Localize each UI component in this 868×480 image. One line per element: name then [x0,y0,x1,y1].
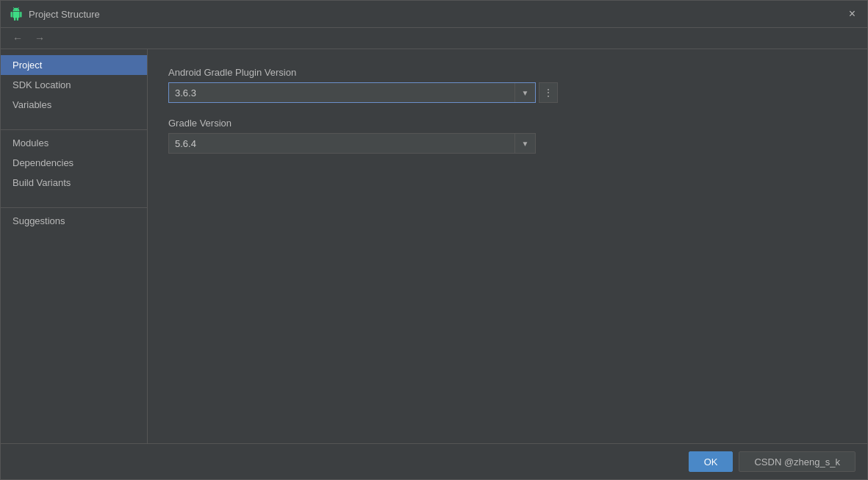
main-content: Android Gradle Plugin Version 3.6.3 ▼ ⋮ … [148,49,867,443]
android-icon [10,7,23,21]
forward-arrow[interactable]: → [32,31,48,46]
sidebar-item-sdk-location[interactable]: SDK Location [1,75,147,95]
sidebar-divider-1 [1,129,147,130]
title-bar: Project Structure × [1,1,867,28]
gradle-version-label: Gradle Version [168,118,847,129]
bottom-bar: OK CSDN @zheng_s_k [1,443,867,479]
android-gradle-plugin-field-group: Android Gradle Plugin Version 3.6.3 ▼ ⋮ [168,67,847,103]
android-gradle-plugin-dropdown[interactable]: 3.6.3 ▼ [168,82,536,103]
sidebar-item-variables[interactable]: Variables [1,95,147,115]
android-gradle-plugin-edit-button[interactable]: ⋮ [539,82,558,103]
android-gradle-plugin-dropdown-arrow[interactable]: ▼ [514,83,535,102]
title-bar-left: Project Structure [10,7,100,21]
project-structure-dialog: Project Structure × ← → Project SDK Loca… [0,0,868,480]
gradle-version-row: 5.6.4 ▼ [168,133,847,154]
sidebar-group-2: Modules Dependencies Build Variants [1,133,147,193]
back-arrow[interactable]: ← [10,31,26,46]
gradle-version-field-group: Gradle Version 5.6.4 ▼ [168,118,847,154]
sidebar-item-dependencies[interactable]: Dependencies [1,153,147,173]
sidebar-item-project[interactable]: Project [1,55,147,75]
sidebar: Project SDK Location Variables Modules D… [1,49,148,443]
android-gradle-plugin-row: 3.6.3 ▼ ⋮ [168,82,847,103]
ok-button[interactable]: OK [689,451,734,472]
cancel-button[interactable]: CSDN @zheng_s_k [739,451,856,472]
sidebar-item-modules[interactable]: Modules [1,133,147,153]
gradle-version-value: 5.6.4 [169,138,514,149]
content-area: Project SDK Location Variables Modules D… [1,49,867,443]
android-gradle-plugin-value: 3.6.3 [169,87,514,98]
gradle-version-dropdown-arrow[interactable]: ▼ [514,134,535,153]
sidebar-group-3: Suggestions [1,211,147,231]
sidebar-item-build-variants[interactable]: Build Variants [1,173,147,193]
close-button[interactable]: × [846,7,858,21]
nav-bar: ← → [1,28,867,49]
gradle-version-dropdown[interactable]: 5.6.4 ▼ [168,133,536,154]
sidebar-item-suggestions[interactable]: Suggestions [1,211,147,231]
android-gradle-plugin-label: Android Gradle Plugin Version [168,67,847,78]
dialog-title: Project Structure [29,9,100,20]
sidebar-group-1: Project SDK Location Variables [1,55,147,115]
sidebar-divider-2 [1,207,147,208]
